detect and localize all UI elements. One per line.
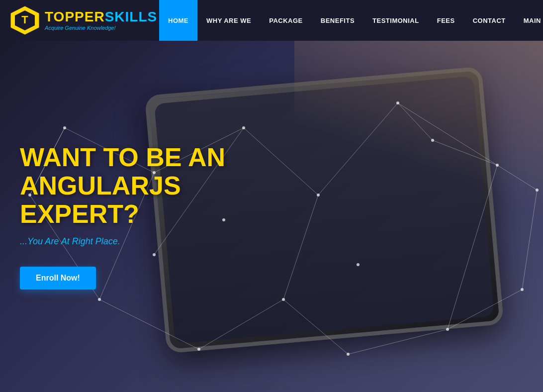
logo-text: TOPPERSKILLS Acquire Genuine Knowledge! xyxy=(45,10,157,31)
logo-topper: TOPPER xyxy=(45,9,105,24)
nav-contact[interactable]: CONTACT xyxy=(464,0,515,41)
hand-overlay xyxy=(294,41,543,240)
enroll-now-button[interactable]: Enroll Now! xyxy=(20,267,96,290)
nav-fees[interactable]: FEES xyxy=(428,0,464,41)
navbar: T TOPPERSKILLS Acquire Genuine Knowledge… xyxy=(0,0,543,41)
hero-content: WANT TO BE AN ANGULARJS EXPERT? ...You A… xyxy=(0,41,273,392)
logo-icon: T xyxy=(10,5,40,35)
nav-benefits[interactable]: BENEFITS xyxy=(312,0,363,41)
nav-main[interactable]: MAIN xyxy=(515,0,543,41)
logo-name: TOPPERSKILLS xyxy=(45,10,157,24)
logo-tagline: Acquire Genuine Knowledge! xyxy=(45,25,157,31)
hero-title: WANT TO BE AN ANGULARJS EXPERT? xyxy=(20,143,254,229)
nav-testimonial[interactable]: TESTIMONIAL xyxy=(363,0,428,41)
nav-package[interactable]: PACKAGE xyxy=(260,0,312,41)
nav-why-are-we[interactable]: WHY ARE WE xyxy=(197,0,260,41)
logo-area: T TOPPERSKILLS Acquire Genuine Knowledge… xyxy=(0,5,159,35)
hero-subtitle: ...You Are At Right Place. xyxy=(20,236,254,247)
svg-text:T: T xyxy=(21,13,28,26)
nav-links: HOME WHY ARE WE PACKAGE BENEFITS TESTIMO… xyxy=(159,0,543,41)
hero-section: WANT TO BE AN ANGULARJS EXPERT? ...You A… xyxy=(0,41,543,392)
logo-skills: SKILLS xyxy=(105,9,158,24)
nav-home[interactable]: HOME xyxy=(159,0,197,41)
